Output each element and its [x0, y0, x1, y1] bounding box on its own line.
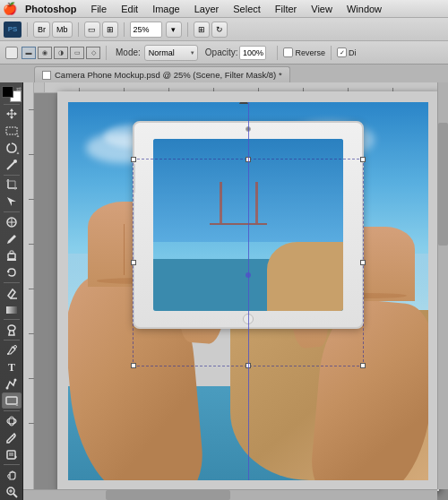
transform-shape-radial[interactable]: ◉ — [38, 47, 52, 59]
reverse-checkbox[interactable]: Reverse — [283, 47, 325, 57]
phone-screen-sand — [267, 242, 343, 311]
di-check-box[interactable]: ✓ — [337, 47, 347, 57]
svg-point-2 — [13, 159, 17, 163]
svg-point-19 — [5, 387, 8, 390]
zoom-icon — [4, 485, 19, 499]
separator-t2 — [277, 46, 278, 60]
transform-shapes: ▬ ◉ ◑ ▭ ◇ — [22, 47, 100, 59]
reverse-check-box[interactable] — [283, 47, 293, 57]
zoom-display: 25% — [130, 22, 162, 38]
opacity-label: Opacity: — [205, 47, 238, 57]
tool-hand[interactable] — [2, 467, 22, 483]
apple-menu[interactable]: 🍎 — [4, 3, 16, 15]
menu-select[interactable]: Select — [229, 4, 264, 14]
svg-line-1 — [7, 162, 14, 169]
canvas-arrange: ⊞ ↻ — [194, 22, 228, 38]
svg-point-17 — [7, 353, 9, 355]
transform-shape-diamond[interactable]: ◇ — [86, 47, 100, 59]
menu-edit[interactable]: Edit — [117, 4, 142, 14]
menu-window[interactable]: Window — [343, 4, 385, 14]
canvas-document: jb51.net 脚本之家 — [57, 91, 439, 491]
tool-history[interactable] — [2, 264, 22, 280]
tool-separator-6 — [4, 410, 20, 411]
transform-shape-linear[interactable]: ▬ — [22, 47, 36, 59]
mini-bridge-button[interactable]: Mb — [52, 22, 73, 38]
3d-rotate-icon — [4, 414, 19, 428]
di-checkbox[interactable]: ✓ Di — [337, 47, 357, 57]
tool-pen[interactable] — [2, 342, 22, 358]
eraser-icon — [4, 286, 19, 300]
tool-stamp[interactable] — [2, 247, 22, 263]
menu-layer[interactable]: Layer — [191, 4, 223, 14]
ruler-corner — [34, 82, 45, 93]
rotate-btn[interactable]: ↻ — [211, 22, 228, 38]
vertical-scrollbar[interactable] — [437, 82, 448, 489]
tool-crop[interactable] — [2, 177, 22, 194]
mode-select[interactable]: Normal — [144, 45, 198, 61]
menu-file[interactable]: File — [87, 4, 110, 14]
tool-type[interactable]: T — [2, 359, 22, 375]
svg-rect-14 — [6, 306, 17, 314]
tool-path[interactable] — [2, 375, 22, 392]
view-mode-btn-1[interactable]: ▭ — [84, 22, 100, 38]
transform-shape-reflect[interactable]: ▭ — [70, 47, 84, 59]
swap-colors-icon[interactable]: ⇄ — [16, 86, 22, 93]
left-toolbar: ⇄ ▲ ▲ — [0, 82, 23, 500]
tool-separator-5 — [4, 340, 20, 341]
svg-text:T: T — [8, 361, 15, 373]
doc-tab[interactable]: Camera Phone Mockup.psd @ 25% (Scene, Fi… — [34, 66, 290, 82]
tool-healing[interactable] — [2, 214, 22, 230]
tool-gradient[interactable] — [2, 302, 22, 318]
tool-lasso[interactable]: ▲ — [2, 140, 22, 156]
tool-wand[interactable] — [2, 157, 22, 173]
tool-marquee[interactable]: ▲ — [2, 123, 22, 139]
zoom-dropdown[interactable]: ▾ — [166, 22, 182, 38]
workspace: ⇄ ▲ ▲ — [0, 82, 448, 500]
menu-image[interactable]: Image — [149, 4, 184, 14]
color-swatches[interactable]: ⇄ — [2, 86, 22, 102]
tool-arrow: ▲ — [16, 133, 21, 138]
shape-tool-arrow: ▲ — [15, 401, 20, 407]
transform-shape-angle[interactable]: ◑ — [54, 47, 68, 59]
separator-t3 — [331, 46, 332, 60]
wand-icon — [4, 158, 19, 172]
tool-move[interactable] — [2, 107, 22, 123]
type-icon: T — [4, 359, 19, 374]
ruler-tick-v — [29, 289, 34, 289]
tool-shape[interactable]: ▲ — [2, 392, 22, 409]
view-mode-buttons: ▭ ⊞ — [84, 22, 118, 38]
tool-eraser[interactable] — [2, 285, 22, 301]
separator-2 — [78, 22, 79, 37]
tool-3d[interactable] — [2, 413, 22, 429]
menu-filter[interactable]: Filter — [271, 4, 300, 14]
mode-select-wrapper[interactable]: Normal — [144, 45, 198, 61]
doc-tab-label: Camera Phone Mockup.psd @ 25% (Scene, Fi… — [55, 70, 282, 80]
app-buttons: Br Mb — [33, 22, 73, 38]
menu-view[interactable]: View — [307, 4, 336, 14]
svg-point-16 — [13, 345, 16, 348]
ruler-tick-v — [29, 378, 34, 379]
menu-photoshop[interactable]: Photoshop — [22, 4, 80, 14]
svg-rect-12 — [7, 259, 16, 261]
tool-zoom[interactable] — [2, 484, 22, 500]
tool-eyedropper[interactable] — [2, 430, 22, 446]
svg-line-24 — [13, 435, 14, 437]
tool-note[interactable] — [2, 447, 22, 463]
v-scroll-thumb[interactable] — [438, 123, 448, 245]
opacity-input[interactable] — [239, 46, 266, 60]
ruler-tick-v — [29, 199, 34, 200]
vertical-guide — [248, 102, 249, 480]
arrange-btn[interactable]: ⊞ — [194, 22, 210, 38]
tool-brush[interactable] — [2, 231, 22, 247]
svg-rect-11 — [10, 251, 13, 254]
tool-slice[interactable] — [2, 194, 22, 210]
h-scroll-thumb[interactable] — [106, 490, 230, 500]
tool-burn[interactable] — [2, 322, 22, 338]
view-mode-btn-2[interactable]: ⊞ — [102, 22, 118, 38]
tool-arrow-lasso: ▲ — [16, 150, 21, 155]
horizontal-scrollbar[interactable] — [23, 489, 437, 500]
bridge-button[interactable]: Br — [33, 22, 50, 38]
foreground-color-swatch[interactable] — [2, 86, 13, 98]
note-icon — [4, 448, 19, 462]
tool-separator-0 — [4, 104, 20, 105]
